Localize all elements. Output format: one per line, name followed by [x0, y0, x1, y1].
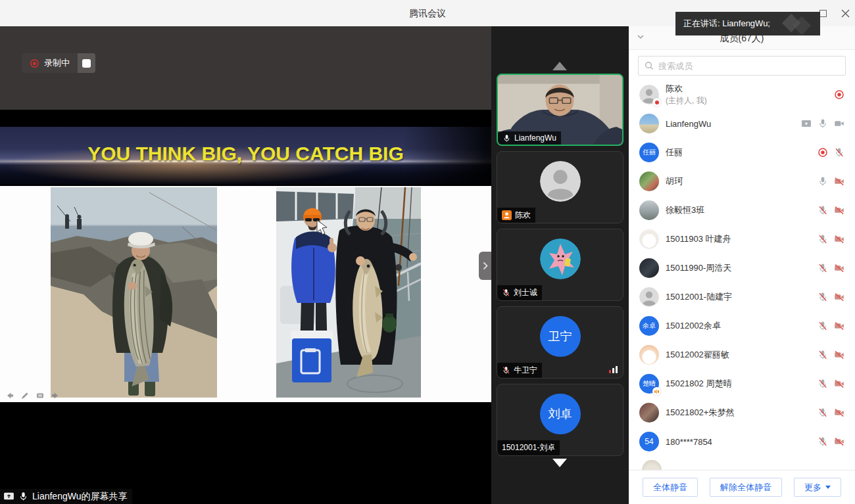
- video-strip: LianfengWu 陈欢 刘士诚 卫宁 牛卫宁: [491, 26, 629, 504]
- slide-content: [0, 186, 491, 402]
- prev-slide-icon[interactable]: [5, 391, 14, 400]
- search-icon: [645, 61, 654, 70]
- member-row[interactable]: 15021802+朱梦然: [629, 398, 855, 427]
- unmute-all-button[interactable]: 解除全体静音: [710, 478, 782, 497]
- photo-avatar: [639, 345, 659, 365]
- scroll-up-button[interactable]: [552, 62, 567, 70]
- video-tile[interactable]: 刘卓 15012001-刘卓: [497, 384, 623, 456]
- mic-muted-icon[interactable]: [818, 407, 828, 418]
- initials-avatar: 余卓: [639, 316, 659, 336]
- video-tile[interactable]: 陈欢: [497, 151, 623, 223]
- recording-status-icon: [818, 147, 828, 158]
- camera-off-icon[interactable]: [834, 263, 844, 273]
- speaking-text: 正在讲话: LianfengWu;: [683, 18, 770, 30]
- recording-indicator: 录制中: [22, 53, 95, 73]
- member-row[interactable]: 15012002翟丽敏: [629, 340, 855, 369]
- members-panel: 成员(67人) 陈欢(主持人, 我)LianfengWu任丽任丽胡珂徐毅恒3班1…: [629, 26, 855, 504]
- mic-muted-icon[interactable]: [818, 350, 828, 360]
- mic-muted-icon[interactable]: [818, 292, 828, 302]
- mic-icon: [18, 492, 28, 501]
- member-row[interactable]: LianfengWu: [629, 109, 855, 138]
- mic-muted-icon[interactable]: [818, 436, 828, 447]
- mic-muted-icon[interactable]: [818, 263, 828, 273]
- camera-off-icon[interactable]: [834, 350, 844, 360]
- member-list: 陈欢(主持人, 我)LianfengWu任丽任丽胡珂徐毅恒3班15011903 …: [629, 80, 855, 470]
- video-tile[interactable]: 卫宁 牛卫宁: [497, 306, 623, 378]
- member-name: 任丽: [666, 147, 818, 158]
- mic-muted-icon[interactable]: [818, 205, 828, 216]
- member-row[interactable]: 54180****7854: [629, 427, 855, 456]
- search-box[interactable]: [638, 56, 846, 76]
- member-row[interactable]: 15011903 叶建舟: [629, 225, 855, 254]
- search-input[interactable]: [658, 61, 839, 71]
- initials-avatar: 楚晴: [639, 374, 659, 394]
- camera-off-icon[interactable]: [834, 234, 844, 244]
- slideshow-menu-icon[interactable]: [36, 391, 45, 400]
- next-slide-icon[interactable]: [51, 391, 60, 400]
- slideshow-nav: [5, 391, 60, 400]
- photo-avatar: [639, 403, 659, 423]
- tile-name-label: 15012001-刘卓: [497, 440, 560, 455]
- more-button[interactable]: 更多: [794, 478, 841, 497]
- camera-off-icon[interactable]: [834, 205, 844, 216]
- pen-tool-icon[interactable]: [20, 391, 30, 400]
- mic-muted-icon: [502, 288, 510, 297]
- camera-off-icon[interactable]: [834, 292, 844, 302]
- record-badge: [652, 98, 661, 106]
- camera-off-icon[interactable]: [834, 176, 844, 187]
- video-tile-active-speaker[interactable]: LianfengWu: [497, 74, 623, 146]
- mic-icon[interactable]: [818, 176, 828, 187]
- member-name: 15021802 周楚晴: [666, 378, 818, 390]
- initials-avatar: 54: [639, 432, 659, 451]
- member-name: 15011903 叶建舟: [666, 233, 818, 245]
- camera-icon[interactable]: [834, 118, 844, 129]
- camera-off-icon[interactable]: [834, 378, 844, 389]
- photo-avatar: [639, 258, 659, 278]
- members-footer: 全体静音 解除全体静音 更多: [629, 470, 855, 504]
- silhouette-avatar: [540, 161, 581, 202]
- participant-name: 刘士诚: [514, 287, 537, 298]
- silhouette-avatar: [639, 287, 659, 307]
- mic-icon[interactable]: [818, 118, 828, 129]
- member-name: 15012002翟丽敏: [666, 349, 818, 361]
- stop-recording-button[interactable]: [78, 53, 95, 73]
- member-row[interactable]: 胡珂: [629, 167, 855, 196]
- member-row[interactable]: 陈欢(主持人, 我): [629, 80, 855, 109]
- mic-muted-icon[interactable]: [834, 147, 844, 158]
- mic-muted-icon[interactable]: [818, 321, 828, 331]
- member-row[interactable]: 楚晴15021802 周楚晴: [629, 369, 855, 398]
- camera-off-icon[interactable]: [834, 321, 844, 331]
- left-photo-striped-bass: [51, 187, 217, 398]
- close-icon: [841, 9, 850, 18]
- mute-all-button[interactable]: 全体静音: [643, 478, 698, 497]
- member-row[interactable]: 15011990-周浩天: [629, 254, 855, 283]
- participant-name: 陈欢: [515, 210, 531, 221]
- caret-down-icon: [825, 486, 831, 489]
- collapse-panel-icon[interactable]: [637, 33, 645, 41]
- member-row[interactable]: 徐毅恒3班: [629, 196, 855, 225]
- screen-share-area: 录制中 YOU THINK BIG, YOU CATCH BIG: [0, 26, 491, 504]
- initials-avatar: 刘卓: [540, 394, 581, 434]
- close-button[interactable]: [839, 7, 851, 19]
- mic-muted-icon[interactable]: [818, 378, 828, 389]
- scroll-down-button[interactable]: [552, 459, 567, 467]
- expand-panel-button[interactable]: [479, 252, 491, 280]
- tile-name-label: 刘士诚: [497, 285, 542, 300]
- camera-off-icon[interactable]: [834, 407, 844, 418]
- network-quality-icon: [609, 366, 618, 373]
- member-name: 15012002余卓: [666, 320, 818, 332]
- slide-banner: YOU THINK BIG, YOU CATCH BIG: [0, 127, 491, 185]
- camera-off-icon[interactable]: [834, 436, 844, 447]
- chevron-right-icon: [483, 262, 488, 270]
- member-row[interactable]: 任丽任丽: [629, 138, 855, 167]
- recording-label: 录制中: [44, 57, 70, 69]
- mic-muted-icon[interactable]: [818, 234, 828, 244]
- member-row[interactable]: 余卓15012002余卓: [629, 311, 855, 340]
- recording-status-icon: [834, 89, 844, 100]
- member-name: 陈欢: [666, 83, 834, 95]
- mic-on-icon: [502, 134, 511, 143]
- video-tile[interactable]: 刘士诚: [497, 229, 623, 301]
- member-name: 180****7854: [666, 437, 818, 447]
- speaking-toast: 正在讲话: LianfengWu;: [675, 12, 820, 35]
- member-row[interactable]: 15012001-陆建宇: [629, 283, 855, 311]
